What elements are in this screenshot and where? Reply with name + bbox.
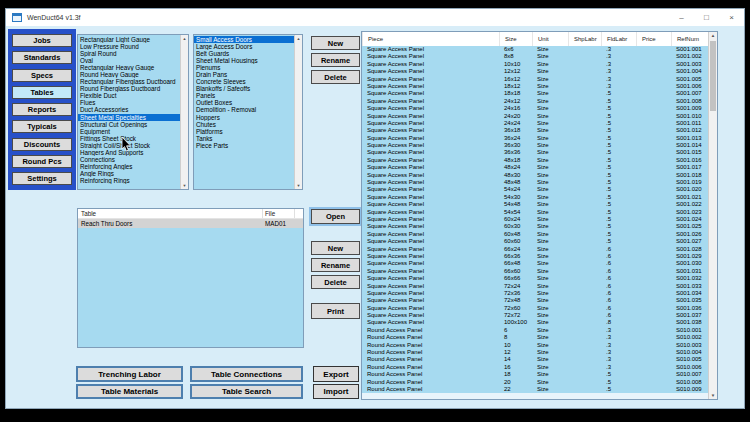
grid-row[interactable]: Square Access Panel 72x72 Size .6 S001.0…: [362, 312, 708, 319]
category-item[interactable]: Duct Accessories: [78, 106, 180, 113]
maximize-button[interactable]: □: [694, 9, 719, 26]
grid-row[interactable]: Square Access Panel 66x36 Size .6 S001.0…: [362, 253, 708, 260]
grid-row[interactable]: Square Access Panel 24x24 Size .5 S001.0…: [362, 120, 708, 127]
subcategory-item[interactable]: Blankoffs / Safeoffs: [194, 85, 294, 92]
grid-row[interactable]: Square Access Panel 54x24 Size .5 S001.0…: [362, 186, 708, 193]
category-item[interactable]: Flues: [78, 99, 180, 106]
sidebar-button[interactable]: Jobs: [12, 34, 72, 47]
subcategory-item[interactable]: Concrete Sleeves: [194, 78, 294, 85]
subcategory-item[interactable]: Panels: [194, 92, 294, 99]
subcategory-item[interactable]: Large Access Doors: [194, 43, 294, 50]
category-item[interactable]: Rectangular Heavy Gauge: [78, 64, 180, 71]
category-item[interactable]: Rectangular Light Gauge: [78, 36, 180, 43]
grid-row[interactable]: Square Access Panel 72x60 Size .6 S001.0…: [362, 305, 708, 312]
category-listbox[interactable]: Rectangular Light Gauge Low Pressure Rou…: [77, 34, 189, 190]
close-button[interactable]: ×: [719, 9, 744, 26]
grid-row[interactable]: Round Access Panel 12 Size .3 S010.004: [362, 349, 708, 356]
grid-row[interactable]: Round Access Panel 8 Size .3 S010.002: [362, 334, 708, 341]
grid-row[interactable]: Square Access Panel 54x30 Size .5 S001.0…: [362, 194, 708, 201]
grid-row[interactable]: Square Access Panel 60x48 Size .5 S001.0…: [362, 231, 708, 238]
subcategory-item[interactable]: Drain Pans: [194, 71, 294, 78]
pieces-grid[interactable]: Piece Size Unit ShpLabr FldLabr Price Re…: [361, 31, 718, 400]
category-item[interactable]: Spiral Round: [78, 50, 180, 57]
grid-row[interactable]: Round Access Panel 16 Size .3 S010.006: [362, 364, 708, 371]
grid-row[interactable]: Square Access Panel 66x66 Size .6 S001.0…: [362, 275, 708, 282]
category-rename-button[interactable]: Rename: [311, 53, 360, 67]
subcategory-item[interactable]: Hoppers: [194, 114, 294, 121]
grid-row[interactable]: Square Access Panel 72x36 Size .6 S001.0…: [362, 290, 708, 297]
subcategory-item[interactable]: Sheet Metal Housings: [194, 57, 294, 64]
print-button[interactable]: Print: [311, 303, 360, 319]
sidebar-button[interactable]: Typicals: [12, 120, 72, 133]
category-item[interactable]: Equipment: [78, 128, 180, 135]
category-item[interactable]: Round Fiberglass Ductboard: [78, 85, 180, 92]
subcategory-item[interactable]: Chutes: [194, 121, 294, 128]
category-delete-button[interactable]: Delete: [311, 70, 360, 84]
grid-row[interactable]: Square Access Panel 48x48 Size .5 S001.0…: [362, 179, 708, 186]
subcategory-item[interactable]: Piece Parts: [194, 142, 294, 149]
category-item[interactable]: Hangers And Supports: [78, 149, 180, 156]
subcategory-scrollbar[interactable]: ▲ ▼: [294, 35, 302, 189]
scrollbar-thumb[interactable]: [710, 41, 716, 111]
grid-row[interactable]: Square Access Panel 66x48 Size .6 S001.0…: [362, 260, 708, 267]
sidebar-button[interactable]: Tables: [12, 86, 72, 99]
subcategory-item[interactable]: Tanks: [194, 135, 294, 142]
grid-row[interactable]: Square Access Panel 18x18 Size .5 S001.0…: [362, 90, 708, 97]
grid-row[interactable]: Square Access Panel 66x24 Size .6 S001.0…: [362, 246, 708, 253]
grid-row[interactable]: Square Access Panel 24x20 Size .5 S001.0…: [362, 113, 708, 120]
grid-row[interactable]: Square Access Panel 72x24 Size .6 S001.0…: [362, 283, 708, 290]
sidebar-button[interactable]: Standards: [12, 51, 72, 64]
grid-row[interactable]: Square Access Panel 48x30 Size .5 S001.0…: [362, 172, 708, 179]
grid-row[interactable]: Round Access Panel 22 Size .5 S010.009: [362, 386, 708, 393]
table-new-button[interactable]: New: [311, 241, 360, 255]
grid-row[interactable]: Square Access Panel 24x16 Size .5 S001.0…: [362, 105, 708, 112]
table-row[interactable]: Reach Thru Doors MAD01: [78, 219, 303, 228]
scroll-up-icon[interactable]: ▲: [295, 36, 302, 41]
grid-row[interactable]: Square Access Panel 12x12 Size .3 S001.0…: [362, 68, 708, 75]
scroll-up-icon[interactable]: ▲: [709, 33, 717, 38]
category-item[interactable]: Rectangular Fiberglass Ductboard: [78, 78, 180, 85]
grid-row[interactable]: Round Access Panel 20 Size .5 S010.008: [362, 379, 708, 386]
grid-row[interactable]: Square Access Panel 10x10 Size .3 S001.0…: [362, 61, 708, 68]
category-item[interactable]: Oval: [78, 57, 180, 64]
trenching-labor-button[interactable]: Trenching Labor: [76, 366, 183, 382]
table-search-button[interactable]: Table Search: [190, 384, 303, 399]
category-item[interactable]: Low Pressure Round: [78, 43, 180, 50]
subcategory-item[interactable]: Platforms: [194, 128, 294, 135]
category-new-button[interactable]: New: [311, 36, 360, 50]
sidebar-button[interactable]: Round Pcs: [12, 155, 72, 168]
subcategory-item[interactable]: Small Access Doors: [194, 36, 294, 43]
category-item[interactable]: Reinforcing Rings: [78, 177, 180, 184]
table-materials-button[interactable]: Table Materials: [76, 384, 183, 399]
subcategory-item[interactable]: Demolition - Removal: [194, 106, 294, 113]
sidebar-button[interactable]: Specs: [12, 69, 72, 82]
grid-row[interactable]: Round Access Panel 14 Size .3 S010.005: [362, 356, 708, 363]
category-item[interactable]: Sheet Metal Specialties: [78, 114, 180, 121]
grid-row[interactable]: Square Access Panel 36x30 Size .5 S001.0…: [362, 142, 708, 149]
grid-scrollbar[interactable]: ▲ ▼: [708, 32, 717, 399]
table-rename-button[interactable]: Rename: [311, 258, 360, 272]
grid-row[interactable]: Square Access Panel 6x6 Size .3 S001.001: [362, 46, 708, 53]
scroll-down-icon[interactable]: ▼: [181, 183, 188, 188]
grid-row[interactable]: Square Access Panel 72x48 Size .6 S001.0…: [362, 297, 708, 304]
grid-row[interactable]: Square Access Panel 54x54 Size .5 S001.0…: [362, 209, 708, 216]
category-item[interactable]: Flexible Duct: [78, 92, 180, 99]
grid-row[interactable]: Square Access Panel 48x24 Size .5 S001.0…: [362, 164, 708, 171]
grid-row[interactable]: Square Access Panel 8x8 Size .3 S001.002: [362, 53, 708, 60]
grid-row[interactable]: Square Access Panel 18x12 Size .3 S001.0…: [362, 83, 708, 90]
scroll-up-icon[interactable]: ▲: [181, 36, 188, 41]
grid-row[interactable]: Square Access Panel 60x60 Size .5 S001.0…: [362, 238, 708, 245]
grid-row[interactable]: Square Access Panel 36x24 Size .5 S001.0…: [362, 135, 708, 142]
grid-row[interactable]: Square Access Panel 66x60 Size .6 S001.0…: [362, 268, 708, 275]
category-item[interactable]: Straight Coil/Sheet Stock: [78, 142, 180, 149]
sidebar-button[interactable]: Discounts: [12, 138, 72, 151]
grid-row[interactable]: Round Access Panel 18 Size .5 S010.007: [362, 371, 708, 378]
grid-row[interactable]: Square Access Panel 60x24 Size .5 S001.0…: [362, 216, 708, 223]
grid-row[interactable]: Square Access Panel 36x18 Size .5 S001.0…: [362, 127, 708, 134]
export-button[interactable]: Export: [313, 366, 359, 382]
table-delete-button[interactable]: Delete: [311, 275, 360, 289]
grid-row[interactable]: Square Access Panel 24x12 Size .5 S001.0…: [362, 98, 708, 105]
category-item[interactable]: Round Heavy Gauge: [78, 71, 180, 78]
subcategory-item[interactable]: Outlet Boxes: [194, 99, 294, 106]
scroll-down-icon[interactable]: ▼: [709, 393, 717, 398]
